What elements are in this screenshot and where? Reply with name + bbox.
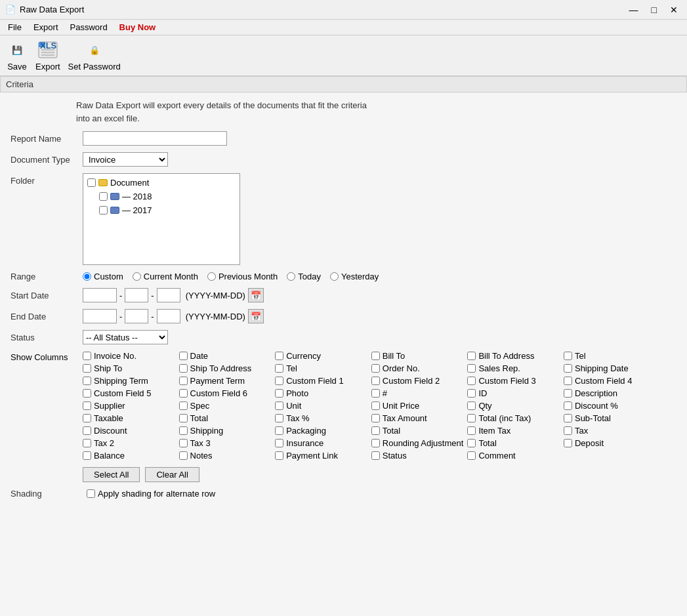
col-description-checkbox[interactable] — [564, 389, 572, 398]
col-qty-checkbox[interactable] — [467, 401, 476, 410]
close-button[interactable]: ✕ — [666, 3, 682, 16]
col-spec-checkbox[interactable] — [179, 401, 188, 410]
col-shipping-term-checkbox[interactable] — [83, 377, 91, 385]
col-unit-checkbox[interactable] — [275, 401, 283, 410]
col-total-2-checkbox[interactable] — [371, 426, 380, 435]
col-total-3-checkbox[interactable] — [467, 439, 476, 447]
save-button[interactable]: 💾 Save — [7, 39, 28, 72]
col-custom-field-2-checkbox[interactable] — [371, 377, 380, 385]
col-tax-checkbox[interactable] — [564, 426, 572, 435]
folder-document-checkbox[interactable] — [87, 178, 96, 187]
col-custom-field-3-checkbox[interactable] — [467, 377, 476, 385]
col-tax-2-checkbox[interactable] — [83, 439, 91, 447]
folder-2017-checkbox[interactable] — [99, 206, 108, 215]
col-discount-checkbox[interactable] — [83, 426, 91, 435]
start-date-yyyy[interactable] — [83, 288, 117, 302]
col-notes-checkbox[interactable] — [179, 451, 188, 460]
col-supplier-checkbox[interactable] — [83, 401, 91, 410]
col-custom-field-4-checkbox[interactable] — [564, 377, 572, 385]
col-currency-checkbox[interactable] — [275, 352, 283, 360]
end-date-calendar-button[interactable]: 📅 — [248, 309, 264, 323]
end-date-yyyy[interactable] — [83, 309, 117, 323]
col-bill-to-address-checkbox[interactable] — [467, 352, 476, 360]
maximize-button[interactable]: □ — [648, 3, 661, 16]
shading-checkbox-label[interactable]: Apply shading for alternate row — [87, 489, 215, 499]
col-payment-link-checkbox[interactable] — [275, 451, 283, 460]
folder-2018-checkbox[interactable] — [99, 192, 108, 201]
range-previous-month[interactable]: Previous Month — [207, 272, 278, 281]
col-rounding-adjustment: Rounding Adjustment — [371, 438, 464, 448]
col-unit-price-checkbox[interactable] — [371, 401, 380, 410]
col-tel-2-checkbox[interactable] — [275, 364, 283, 373]
menu-file[interactable]: File — [3, 21, 27, 33]
col-id-checkbox[interactable] — [467, 389, 476, 398]
minimize-button[interactable]: — — [625, 3, 642, 16]
col-total-1-checkbox[interactable] — [179, 414, 188, 422]
folder-document[interactable]: Document — [87, 178, 236, 188]
col-deposit-checkbox[interactable] — [564, 439, 572, 447]
shading-checkbox-text: Apply shading for alternate row — [98, 489, 215, 499]
col-tel-1-checkbox[interactable] — [564, 352, 572, 360]
folder-2018[interactable]: — 2018 — [99, 192, 236, 201]
col-packaging-checkbox[interactable] — [275, 426, 283, 435]
range-current-month-radio[interactable] — [133, 272, 141, 281]
col-item-tax-checkbox[interactable] — [467, 426, 476, 435]
col-insurance-checkbox[interactable] — [275, 439, 283, 447]
set-password-button[interactable]: 🔒 Set Password — [68, 39, 121, 72]
menu-export[interactable]: Export — [28, 21, 64, 33]
folder-2017[interactable]: — 2017 — [99, 205, 236, 215]
col-custom-field-1-checkbox[interactable] — [275, 377, 283, 385]
range-today-radio[interactable] — [287, 272, 295, 281]
range-today[interactable]: Today — [287, 272, 321, 281]
end-date-inputs: - - (YYYY-MM-DD) 📅 — [83, 309, 264, 323]
col-status-checkbox[interactable] — [371, 451, 380, 460]
col-ship-to-address-checkbox[interactable] — [179, 364, 188, 373]
col-tax-amount-checkbox[interactable] — [371, 414, 380, 422]
end-date-mm[interactable] — [125, 309, 148, 323]
col-discount-pct-checkbox[interactable] — [564, 401, 572, 410]
col-tax-pct-checkbox[interactable] — [275, 414, 283, 422]
col-invoice-no-checkbox[interactable] — [83, 352, 91, 360]
col-sub-total-checkbox[interactable] — [564, 414, 572, 422]
col-rounding-adjustment-checkbox[interactable] — [371, 439, 380, 447]
col-unit-price: Unit Price — [371, 401, 464, 411]
col-date-checkbox[interactable] — [179, 352, 188, 360]
start-date-mm[interactable] — [125, 288, 148, 302]
document-type-select[interactable]: Invoice Quote Purchase Order Receipt — [83, 152, 168, 167]
shading-checkbox[interactable] — [87, 489, 95, 498]
col-bill-to-checkbox[interactable] — [371, 352, 380, 360]
range-previous-month-radio[interactable] — [207, 272, 216, 281]
range-yesterday-radio[interactable] — [330, 272, 339, 281]
range-custom-radio[interactable] — [83, 272, 91, 281]
menu-password[interactable]: Password — [65, 21, 113, 33]
report-name-input[interactable] — [83, 131, 227, 146]
col-shipping-checkbox[interactable] — [179, 426, 188, 435]
col-order-no-checkbox[interactable] — [371, 364, 380, 373]
start-date-calendar-button[interactable]: 📅 — [248, 288, 264, 302]
col-shipping-date-checkbox[interactable] — [564, 364, 572, 373]
col-ship-to-checkbox[interactable] — [83, 364, 91, 373]
range-current-month[interactable]: Current Month — [133, 272, 198, 281]
select-all-button[interactable]: Select All — [83, 467, 140, 482]
col-photo-checkbox[interactable] — [275, 389, 283, 398]
col-sales-rep-checkbox[interactable] — [467, 364, 476, 373]
col-hash-checkbox[interactable] — [371, 389, 380, 398]
col-custom-field-6-checkbox[interactable] — [179, 389, 188, 398]
folder-box[interactable]: Document — 2018 — 2017 — [83, 173, 240, 265]
export-button[interactable]: XLS Export — [35, 39, 60, 72]
col-taxable-checkbox[interactable] — [83, 414, 91, 422]
col-balance-checkbox[interactable] — [83, 451, 91, 460]
col-custom-field-5-checkbox[interactable] — [83, 389, 91, 398]
status-select[interactable]: -- All Status -- Paid Unpaid Draft Cance… — [83, 330, 168, 344]
range-custom[interactable]: Custom — [83, 272, 123, 281]
range-yesterday[interactable]: Yesterday — [330, 272, 379, 281]
clear-all-button[interactable]: Clear All — [145, 467, 199, 482]
col-comment-checkbox[interactable] — [467, 451, 476, 460]
col-payment-term-checkbox[interactable] — [179, 377, 188, 385]
status-row: Status -- All Status -- Paid Unpaid Draf… — [10, 330, 677, 344]
menu-buy-now[interactable]: Buy Now — [114, 21, 161, 33]
col-tax-3-checkbox[interactable] — [179, 439, 188, 447]
start-date-dd[interactable] — [157, 288, 180, 302]
end-date-dd[interactable] — [157, 309, 180, 323]
col-total-inc-tax-checkbox[interactable] — [467, 414, 476, 422]
